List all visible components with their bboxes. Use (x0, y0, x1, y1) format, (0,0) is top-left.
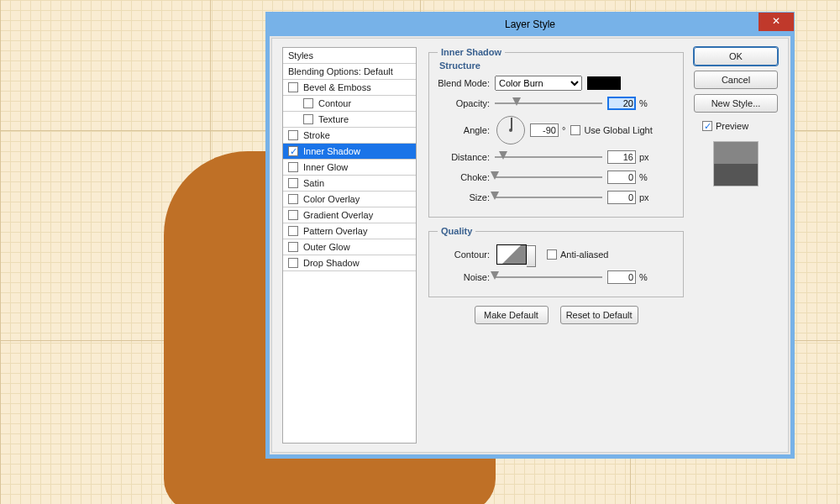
opacity-label: Opacity: (438, 98, 495, 108)
angle-input[interactable]: -90 (530, 123, 559, 137)
dialog-body: Styles Blending Options: Default Bevel &… (271, 38, 789, 453)
style-item-gradient-overlay[interactable]: Gradient Overlay (283, 207, 416, 223)
choke-label: Choke: (438, 172, 495, 182)
opacity-input[interactable]: 20 (607, 97, 636, 110)
anti-aliased-checkbox[interactable] (547, 249, 557, 260)
angle-label: Angle: (438, 125, 495, 135)
choke-input[interactable]: 0 (607, 171, 636, 184)
style-item-bevel-emboss[interactable]: Bevel & Emboss (283, 80, 416, 96)
make-default-button[interactable]: Make Default (475, 306, 549, 324)
style-item-checkbox[interactable] (288, 226, 298, 236)
style-item-label: Inner Glow (303, 162, 348, 172)
inner-shadow-group: Inner Shadow Structure Blend Mode: Color… (428, 47, 684, 218)
distance-slider[interactable] (495, 151, 602, 163)
contour-picker[interactable] (496, 244, 527, 265)
style-item-label: Contour (318, 98, 351, 108)
new-style-button[interactable]: New Style... (694, 94, 778, 113)
style-item-checkbox[interactable] (288, 210, 298, 220)
contour-label: Contour: (438, 249, 495, 260)
styles-header[interactable]: Styles (283, 48, 416, 64)
close-icon: ✕ (772, 15, 780, 27)
blend-mode-select[interactable]: Color Burn (495, 76, 582, 91)
style-item-checkbox[interactable] (288, 130, 298, 140)
style-item-texture[interactable]: Texture (283, 112, 416, 128)
noise-unit: % (639, 272, 648, 282)
style-item-label: Satin (303, 178, 324, 188)
shadow-color-swatch[interactable] (587, 76, 621, 90)
quality-group: Quality Contour: Anti-aliased Noise: 0 % (428, 226, 684, 297)
layer-style-dialog: Layer Style ✕ Styles Blending Options: D… (265, 12, 795, 459)
right-column: OK Cancel New Style... Preview (694, 47, 778, 186)
style-item-satin[interactable]: Satin (283, 176, 416, 192)
choke-slider[interactable] (495, 171, 602, 183)
style-item-stroke[interactable]: Stroke (283, 128, 416, 144)
style-item-contour[interactable]: Contour (283, 96, 416, 112)
distance-unit: px (639, 152, 649, 162)
dialog-title: Layer Style (505, 18, 555, 30)
preview-label: Preview (716, 121, 748, 131)
style-item-pattern-overlay[interactable]: Pattern Overlay (283, 223, 416, 239)
style-item-checkbox[interactable] (288, 162, 298, 172)
distance-input[interactable]: 16 (607, 150, 636, 164)
noise-input[interactable]: 0 (607, 270, 636, 284)
structure-title: Structure (439, 60, 675, 71)
style-item-checkbox[interactable] (303, 98, 313, 108)
size-label: Size: (438, 192, 495, 202)
size-slider[interactable] (495, 192, 602, 203)
close-button[interactable]: ✕ (759, 13, 794, 31)
style-item-checkbox[interactable] (288, 146, 298, 156)
quality-title: Quality (438, 226, 475, 236)
noise-label: Noise: (438, 272, 495, 282)
style-item-label: Stroke (303, 130, 330, 140)
opacity-slider[interactable] (495, 97, 602, 109)
style-item-label: Bevel & Emboss (303, 82, 371, 92)
style-item-label: Texture (318, 114, 349, 124)
preview-checkbox[interactable] (702, 121, 712, 131)
style-item-label: Color Overlay (303, 194, 360, 204)
opacity-unit: % (639, 98, 648, 108)
dialog-titlebar[interactable]: Layer Style ✕ (266, 13, 794, 36)
style-item-checkbox[interactable] (288, 82, 298, 92)
style-item-checkbox[interactable] (288, 242, 298, 252)
reset-default-button[interactable]: Reset to Default (560, 306, 638, 324)
angle-unit: ° (562, 125, 565, 135)
style-item-checkbox[interactable] (288, 194, 298, 204)
choke-unit: % (639, 172, 648, 182)
style-item-label: Inner Shadow (303, 146, 360, 156)
blend-mode-label: Blend Mode: (438, 78, 495, 88)
style-item-outer-glow[interactable]: Outer Glow (283, 239, 416, 255)
distance-label: Distance: (438, 152, 495, 162)
inner-shadow-title: Inner Shadow (438, 47, 505, 57)
preview-swatch (713, 141, 759, 186)
style-item-label: Gradient Overlay (303, 210, 373, 220)
size-unit: px (639, 192, 649, 202)
use-global-light-label: Use Global Light (584, 125, 652, 135)
style-item-label: Pattern Overlay (303, 226, 367, 236)
style-item-inner-glow[interactable]: Inner Glow (283, 160, 416, 176)
blending-options-header[interactable]: Blending Options: Default (283, 64, 416, 80)
style-item-color-overlay[interactable]: Color Overlay (283, 192, 416, 207)
settings-panel: Inner Shadow Structure Blend Mode: Color… (428, 47, 684, 324)
style-item-label: Drop Shadow (303, 258, 360, 268)
style-item-checkbox[interactable] (288, 178, 298, 188)
anti-aliased-label: Anti-aliased (560, 249, 608, 260)
size-input[interactable]: 0 (607, 191, 636, 204)
style-item-checkbox[interactable] (288, 258, 298, 268)
style-item-checkbox[interactable] (303, 114, 313, 124)
angle-knob[interactable] (496, 116, 525, 144)
use-global-light-checkbox[interactable] (570, 125, 580, 135)
style-item-label: Outer Glow (303, 242, 350, 252)
ok-button[interactable]: OK (694, 47, 778, 66)
noise-slider[interactable] (495, 271, 602, 283)
style-item-drop-shadow[interactable]: Drop Shadow (283, 255, 416, 271)
cancel-button[interactable]: Cancel (694, 71, 778, 89)
styles-list: Styles Blending Options: Default Bevel &… (282, 47, 417, 444)
style-item-inner-shadow[interactable]: Inner Shadow (283, 144, 416, 160)
